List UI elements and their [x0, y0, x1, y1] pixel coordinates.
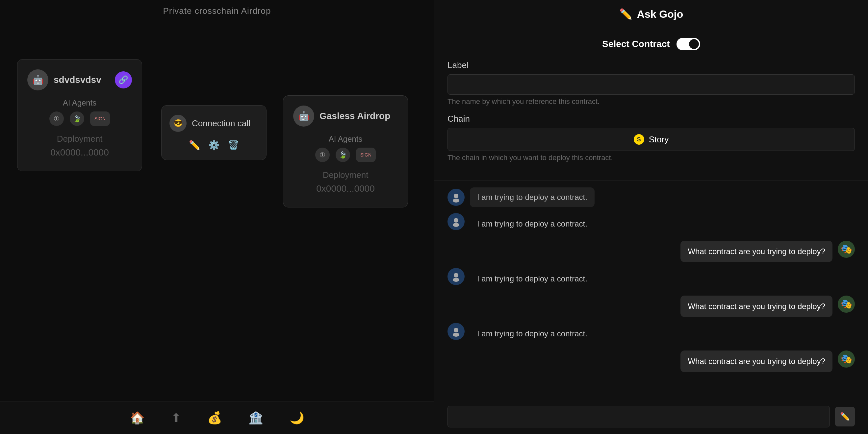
chat-section: I am trying to deploy a contract. I am t…	[434, 181, 868, 399]
right-node-icons: ① 🍃 SIGN	[293, 147, 398, 162]
left-node-header: 🤖 sdvdsvdsv 🔗	[27, 69, 132, 91]
label-field-label: Label	[447, 60, 855, 70]
svg-point-6	[454, 328, 458, 332]
chat-msg-2: 🎭 What contract are you trying to deploy…	[447, 241, 855, 262]
chain-hint: The chain in which you want to deploy th…	[447, 154, 855, 162]
left-node-badge: 🔗	[115, 71, 132, 89]
delete-icon[interactable]: 🗑️	[228, 140, 239, 151]
label-input[interactable]	[447, 74, 855, 95]
svg-point-7	[453, 333, 459, 337]
chain-name: Story	[649, 134, 669, 145]
connection-node-header: 😎 Connection call	[169, 115, 258, 132]
partial-msg-row: I am trying to deploy a contract.	[447, 188, 855, 207]
chat-msg-3: I am trying to deploy a contract.	[447, 268, 855, 290]
nav-moon-icon[interactable]: 🌙	[289, 411, 304, 425]
label-hint: The name by which you reference this con…	[447, 97, 855, 106]
chain-field-label: Chain	[447, 114, 855, 124]
wand-icon: ✏️	[619, 8, 632, 21]
chat-input-area: ✏️	[434, 399, 868, 434]
send-icon: ✏️	[840, 412, 850, 421]
partial-avatar	[447, 189, 465, 206]
svg-point-1	[453, 199, 459, 203]
nav-bank-icon[interactable]: 🏦	[248, 411, 263, 425]
chat-avatar-6: 🎭	[838, 350, 855, 368]
left-node-icons: ① 🍃 SIGN	[27, 111, 132, 126]
right-node-avatar: 🤖	[293, 105, 314, 127]
svg-point-4	[454, 273, 458, 277]
svg-point-5	[453, 278, 459, 282]
chain-icon: S	[634, 134, 644, 145]
right-node-card: 🤖 Gasless Airdrop AI Agents ① 🍃 SIGN Dep…	[283, 95, 408, 207]
canvas-title: Private crosschain Airdrop	[163, 6, 271, 16]
chat-bubble-6: What contract are you trying to deploy?	[680, 350, 833, 372]
chat-bubble-1: I am trying to deploy a contract.	[470, 213, 595, 235]
contract-toggle[interactable]	[677, 38, 700, 50]
connection-avatar: 😎	[169, 115, 187, 132]
right-node-header: 🤖 Gasless Airdrop	[293, 105, 398, 127]
right-icon-1: ①	[315, 147, 330, 162]
edit-icon[interactable]: ✏️	[189, 140, 200, 151]
left-node-address: 0x0000...0000	[27, 147, 132, 158]
left-node-avatar: 🤖	[27, 69, 49, 91]
left-node-card: 🤖 sdvdsvdsv 🔗 AI Agents ① 🍃 SIGN Deploym…	[17, 59, 142, 171]
settings-icon[interactable]: ⚙️	[208, 140, 220, 151]
right-node-name: Gasless Airdrop	[319, 111, 390, 121]
chat-avatar-4: 🎭	[838, 296, 855, 313]
main-canvas: Private crosschain Airdrop 🤖 sdvdsvdsv 🔗…	[0, 0, 434, 434]
svg-point-3	[453, 223, 459, 227]
svg-point-0	[454, 194, 458, 198]
left-icon-2: 🍃	[70, 111, 84, 126]
chat-bubble-3: I am trying to deploy a contract.	[470, 268, 595, 290]
left-icon-3: SIGN	[90, 111, 110, 126]
chat-msg-6: 🎭 What contract are you trying to deploy…	[447, 350, 855, 372]
left-node-name: sdvdsvdsv	[54, 75, 101, 85]
bottom-nav: 🏠 ⬆ 💰 🏦 🌙	[0, 401, 434, 434]
ask-gojo-header: ✏️ Ask Gojo	[434, 0, 868, 27]
nav-up-icon[interactable]: ⬆	[171, 411, 181, 425]
chat-avatar-1	[447, 213, 465, 230]
right-icon-2: 🍃	[336, 147, 350, 162]
right-node-deploy-label: Deployment	[293, 170, 398, 180]
ask-gojo-title: Ask Gojo	[637, 8, 683, 21]
left-icon-1: ①	[49, 111, 64, 126]
chain-selector[interactable]: S Story	[447, 128, 855, 151]
nav-coin-icon[interactable]: 💰	[207, 411, 222, 425]
right-node-address: 0x0000...0000	[293, 183, 398, 194]
chat-bubble-5: I am trying to deploy a contract.	[470, 323, 595, 344]
connection-name: Connection call	[192, 119, 250, 129]
partial-message-text: I am trying to deploy a contract.	[470, 188, 595, 207]
contract-form: Select Contract Label The name by which …	[434, 27, 868, 181]
chat-msg-1: I am trying to deploy a contract.	[447, 213, 855, 235]
chat-input[interactable]	[447, 406, 830, 427]
left-node-deploy-label: Deployment	[27, 134, 132, 144]
connection-actions: ✏️ ⚙️ 🗑️	[169, 140, 258, 151]
chat-msg-4: 🎭 What contract are you trying to deploy…	[447, 296, 855, 317]
connection-node: 😎 Connection call ✏️ ⚙️ 🗑️	[161, 105, 267, 160]
chat-avatar-2: 🎭	[838, 241, 855, 258]
select-contract-row: Select Contract	[447, 38, 855, 50]
right-node-agents-label: AI Agents	[293, 134, 398, 144]
nav-home-icon[interactable]: 🏠	[130, 411, 145, 425]
svg-point-2	[454, 218, 458, 223]
chat-avatar-3	[447, 268, 465, 285]
chat-bubble-2: What contract are you trying to deploy?	[680, 241, 833, 262]
chat-send-button[interactable]: ✏️	[835, 407, 855, 427]
left-node-agents-label: AI Agents	[27, 98, 132, 107]
right-icon-3: SIGN	[356, 147, 376, 162]
chat-bubble-4: What contract are you trying to deploy?	[680, 296, 833, 317]
chat-avatar-5	[447, 323, 465, 340]
right-panel: ✏️ Ask Gojo Select Contract Label The na…	[434, 0, 868, 434]
select-contract-label: Select Contract	[602, 39, 670, 49]
chat-msg-5: I am trying to deploy a contract.	[447, 323, 855, 344]
